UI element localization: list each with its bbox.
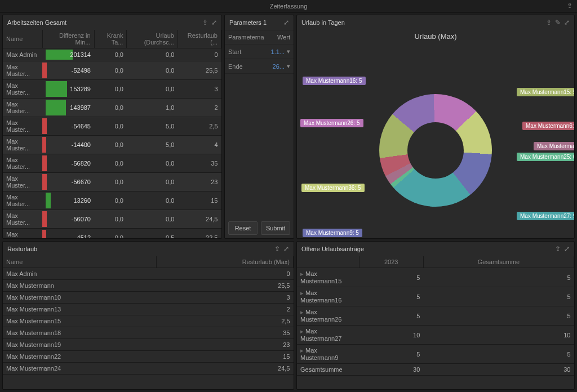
- table-row[interactable]: Max Mustermann1923: [3, 339, 294, 351]
- chevron-down-icon: ▾: [287, 63, 290, 70]
- table-row[interactable]: Max Muster...1439870,01,02: [3, 99, 221, 117]
- table-row[interactable]: Max Mustermann2215: [3, 351, 294, 363]
- expand-icon[interactable]: ⤢: [283, 19, 289, 26]
- col-header: Name: [3, 256, 157, 268]
- expand-icon[interactable]: ⤢: [564, 19, 570, 26]
- panel-title: Offene Urlaubsanträge: [301, 246, 364, 252]
- chart-label: Max Mustermann25: 0.5: [517, 153, 575, 161]
- col-header[interactable]: Name: [3, 30, 42, 48]
- share-icon[interactable]: ⇪: [546, 19, 552, 26]
- share-icon[interactable]: ⇪: [202, 19, 208, 26]
- col-header[interactable]: Krank Ta...: [94, 30, 127, 48]
- offene-table: 2023 Gesamtsumme Max Mustermann1555Max M…: [297, 256, 574, 376]
- param-start[interactable]: Start 1.1... ▾: [225, 44, 294, 59]
- chart-label: Max Mustermann15: 5: [517, 88, 575, 96]
- table-row[interactable]: Max Admin2013140,00,00: [3, 48, 221, 61]
- chart-label: Max Mustermann16: 5: [303, 77, 366, 85]
- titlebar: Zeiterfassung ⇪: [0, 0, 577, 12]
- table-row[interactable]: Max Muster...-524980,00,025,5: [3, 61, 221, 80]
- table-row[interactable]: Max Mustermann2424,5: [3, 363, 294, 375]
- expand-icon[interactable]: ⤢: [283, 245, 289, 253]
- table-row[interactable]: Max Mustermann271010: [297, 326, 574, 345]
- chart-label: Max Mustermann13: 1: [534, 142, 575, 150]
- panel-title: Resturlaub: [7, 246, 37, 252]
- panel-urlaub-tagen: Urlaub in Tagen ⇪ ✎ ⤢ Urlaub (Max) Max M…: [296, 15, 575, 239]
- table-row[interactable]: Max Muster...-566700,00,023: [3, 173, 221, 191]
- chart-title: Urlaub (Max): [297, 30, 574, 43]
- col-header: Gesamtsumme: [423, 256, 574, 268]
- panel-parameters: Parameters 1 ⤢ Parameterna Wert Start 1.…: [224, 15, 294, 239]
- donut-chart: Max Mustermann16: 5Max Mustermann26: 5Ma…: [297, 43, 574, 238]
- app-title: Zeiterfassung: [270, 3, 308, 10]
- table-row[interactable]: Max Muster...-45120,00,522,5: [3, 229, 221, 239]
- chart-label: Max Mustermann26: 5: [300, 119, 363, 127]
- param-ende[interactable]: Ende 26... ▾: [225, 59, 294, 74]
- table-row[interactable]: Max Muster...132600,00,015: [3, 191, 221, 210]
- panel-title: Urlaub in Tagen: [301, 19, 345, 26]
- submit-button[interactable]: Submit: [261, 221, 290, 235]
- col-header[interactable]: Differenz in Min...: [42, 30, 94, 48]
- table-row[interactable]: Max Admin0: [3, 268, 294, 280]
- table-row[interactable]: Max Mustermann1555: [297, 268, 574, 287]
- chart-label: Max Mustermann9: 5: [303, 229, 362, 237]
- share-icon[interactable]: ⇪: [567, 2, 572, 10]
- table-row[interactable]: Max Muster...-144000,05,04: [3, 136, 221, 154]
- table-row[interactable]: Max Muster...1532890,00,03: [3, 80, 221, 99]
- table-row[interactable]: Max Mustermann955: [297, 345, 574, 364]
- col-header: Resturlaub (Max): [157, 256, 294, 268]
- panel-arbeitszeiten: Arbeitszeiten Gesamt ⇪ ⤢ NameDifferenz i…: [2, 15, 222, 239]
- table-row[interactable]: Max Muster...-546450,05,02,5: [3, 117, 221, 136]
- table-row[interactable]: Max Mustermann152,5: [3, 315, 294, 327]
- panel-resturlaub: Resturlaub ⇪ ⤢ Name Resturlaub (Max) Max…: [2, 241, 294, 390]
- panel-offene-urlaubsantraege: Offene Urlaubsanträge ⇪ ⤢ 2023 Gesamtsum…: [296, 241, 575, 390]
- table-row[interactable]: Max Mustermann25,5: [3, 280, 294, 292]
- expand-icon[interactable]: ⤢: [211, 19, 217, 26]
- chart-label: Max Mustermann36: 5: [301, 184, 365, 192]
- col-header: Wert: [277, 34, 290, 41]
- panel-title: Arbeitszeiten Gesamt: [7, 19, 66, 26]
- table-row[interactable]: Max Mustermann2655: [297, 306, 574, 326]
- col-header: Parameterna: [228, 34, 277, 41]
- table-row[interactable]: Max Mustermann132: [3, 304, 294, 315]
- total-row: Gesamtsumme3030: [297, 364, 574, 376]
- col-header: 2023: [359, 256, 423, 268]
- expand-icon[interactable]: ⤢: [564, 245, 570, 253]
- table-row[interactable]: Max Mustermann1655: [297, 287, 574, 306]
- table-row[interactable]: Max Mustermann1835: [3, 327, 294, 339]
- col-header[interactable]: Urlaub (Durchsc...: [127, 30, 177, 48]
- table-row[interactable]: Max Mustermann103: [3, 292, 294, 304]
- share-icon[interactable]: ⇪: [274, 245, 280, 253]
- col-header[interactable]: Resturlaub (...: [177, 30, 221, 48]
- rest-table: Name Resturlaub (Max) Max Admin0Max Must…: [3, 256, 294, 375]
- arbeit-table: NameDifferenz in Min...Krank Ta...Urlaub…: [3, 30, 221, 238]
- reset-button[interactable]: Reset: [228, 221, 258, 235]
- share-icon[interactable]: ⇪: [555, 245, 561, 253]
- chart-label: Max Mustermann27: 9: [517, 212, 575, 220]
- panel-title: Parameters 1: [229, 19, 267, 26]
- edit-icon[interactable]: ✎: [555, 19, 561, 26]
- chart-label: Max Mustermann6: 2: [522, 122, 575, 130]
- chevron-down-icon: ▾: [287, 48, 290, 55]
- col-header: [297, 256, 359, 268]
- table-row[interactable]: Max Muster...-560700,00,024,5: [3, 210, 221, 229]
- table-row[interactable]: Max Muster...-568200,00,035: [3, 154, 221, 173]
